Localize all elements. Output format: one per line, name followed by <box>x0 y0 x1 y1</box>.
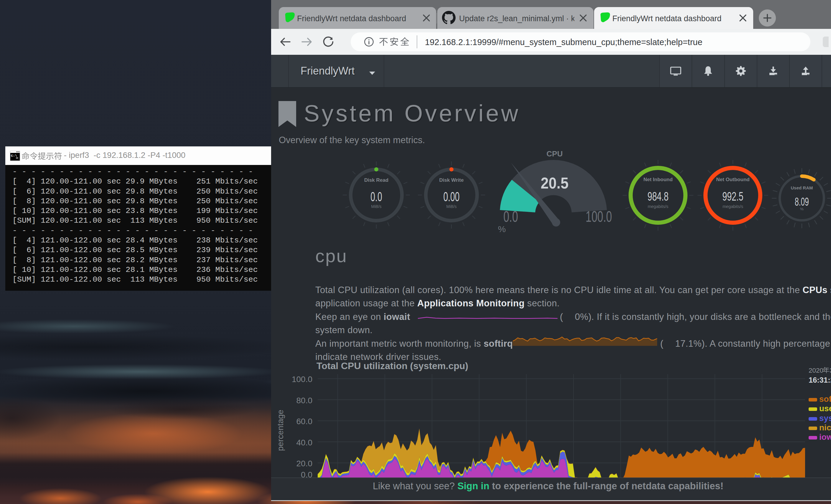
svg-text:2020: 2020 <box>809 367 823 374</box>
svg-text:3: 3 <box>830 367 831 374</box>
svg-text:C:\: C:\ <box>11 154 17 157</box>
